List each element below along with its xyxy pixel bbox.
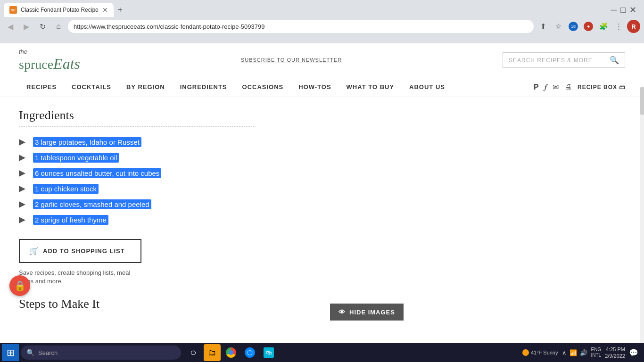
url-text: https://www.thespruceeats.com/classic-fo… <box>74 23 264 30</box>
lock-icon-button[interactable]: 🔒 <box>9 275 30 296</box>
bullet-icon <box>19 170 25 177</box>
ext-icon-2[interactable]: ✦ <box>582 20 595 33</box>
tab-favicon: SE <box>9 6 17 14</box>
ingredients-title: Ingredients <box>19 108 625 123</box>
list-item: 1 cup chicken stock <box>19 181 625 197</box>
add-to-shopping-list-button[interactable]: 🛒 ADD TO SHOPPING LIST <box>19 239 141 263</box>
cart-icon: 🛒 <box>29 247 39 255</box>
ingredients-divider <box>19 126 255 127</box>
taskbar-search-text: Search <box>38 349 58 356</box>
bullet-icon <box>19 139 25 146</box>
site-nav: RECIPES COCKTAILS BY REGION INGREDIENTS … <box>0 77 644 97</box>
address-bar[interactable]: https://www.thespruceeats.com/classic-fo… <box>68 20 534 33</box>
ingredient-text: 1 tablespoon vegetable oil <box>33 153 119 163</box>
taskbar-app-cortana2[interactable]: ⬡ <box>241 344 258 361</box>
scrollbar-track[interactable] <box>640 87 644 343</box>
system-tray: ∧ 📶 🔊 <box>562 349 587 356</box>
bullet-icon <box>19 217 25 223</box>
extensions-icon[interactable]: 🧩 <box>597 20 610 33</box>
new-tab-button[interactable]: + <box>114 3 127 16</box>
taskbar-search[interactable]: 🔍 Search <box>21 346 181 360</box>
close-button[interactable]: ✕ <box>629 5 636 15</box>
recipe-box-icon: 🗃 <box>619 84 625 90</box>
email-icon[interactable]: ✉ <box>553 82 559 91</box>
forward-button[interactable]: ▶ <box>20 20 33 33</box>
ext-icon-1[interactable]: 18 <box>567 20 580 33</box>
taskbar-app-chrome[interactable] <box>223 344 239 361</box>
nav-item-what-to-buy[interactable]: WHAT TO BUY <box>339 77 402 97</box>
add-to-list-label: ADD TO SHOPPING LIST <box>43 247 125 255</box>
bullet-icon <box>19 186 25 192</box>
weather-icon <box>522 349 529 356</box>
scrollbar-thumb[interactable] <box>640 87 644 115</box>
tab-close-icon[interactable]: ✕ <box>102 6 108 14</box>
bookmark-icon[interactable]: ☆ <box>552 20 565 33</box>
browser-tab[interactable]: SE Classic Fondant Potato Recipe ✕ <box>4 3 114 17</box>
time-display: 4:25 PM <box>605 346 625 353</box>
taskbar-app-cortana[interactable]: ○ <box>185 344 202 361</box>
hide-images-label: HIDE IMAGES <box>349 309 395 316</box>
nav-item-occasions[interactable]: OCCASIONS <box>235 77 291 97</box>
maximize-button[interactable]: □ <box>620 5 626 15</box>
browser-menu-icon[interactable]: ⋮ <box>612 20 625 33</box>
logo-eats: Eats <box>53 55 80 73</box>
list-item: 3 large potatoes, Idaho or Russet <box>19 134 625 150</box>
tab-title: Classic Fondant Potato Recipe <box>21 7 99 13</box>
recipe-box-link[interactable]: RECIPE BOX 🗃 <box>578 84 625 90</box>
newsletter-link[interactable]: SUBSCRIBE TO OUR NEWSLETTER <box>241 57 342 63</box>
ingredient-text: 2 sprigs of fresh thyme <box>33 215 108 225</box>
search-placeholder: SEARCH RECIPES & MORE <box>509 57 610 64</box>
back-button[interactable]: ◀ <box>4 20 17 33</box>
list-item: 1 tablespoon vegetable oil <box>19 150 625 165</box>
save-text: Save recipes, create shopping lists, mea… <box>19 269 141 286</box>
nav-item-ingredients[interactable]: INGREDIENTS <box>173 77 235 97</box>
taskbar: ⊞ 🔍 Search ○ 🗂 ⬡ 🛍 41°F Sunny ∧ 📶 � <box>0 343 644 362</box>
nav-item-by-region[interactable]: BY REGION <box>119 77 173 97</box>
nav-item-about-us[interactable]: ABOUT US <box>402 77 453 97</box>
search-box[interactable]: SEARCH RECIPES & MORE 🔍 <box>503 52 625 68</box>
facebook-icon[interactable]: 𝒇 <box>545 83 547 91</box>
taskbar-search-icon: 🔍 <box>26 349 34 356</box>
eye-icon: 👁 <box>339 308 346 316</box>
site-header: the spruce Eats SUBSCRIBE TO OUR NEWSLET… <box>0 43 644 77</box>
share-icon[interactable]: ⬆ <box>537 20 550 33</box>
profile-button[interactable]: R <box>627 20 640 33</box>
list-item: 2 garlic cloves, smashed and peeled <box>19 197 625 212</box>
bullet-icon <box>19 155 25 161</box>
minimize-button[interactable]: ─ <box>611 5 617 15</box>
bullet-icon <box>19 201 25 208</box>
print-icon[interactable]: 🖨 <box>564 83 572 91</box>
hide-images-button[interactable]: 👁 HIDE IMAGES <box>330 304 404 321</box>
home-button[interactable]: ⌂ <box>52 20 65 33</box>
start-icon: ⊞ <box>7 347 15 358</box>
recipe-box-label: RECIPE BOX <box>578 84 617 90</box>
network-icon[interactable]: 📶 <box>570 349 577 356</box>
ingredient-text: 1 cup chicken stock <box>33 184 99 194</box>
start-button[interactable]: ⊞ <box>2 344 19 361</box>
pinterest-icon[interactable]: 𝗣 <box>533 82 539 91</box>
nav-item-recipes[interactable]: RECIPES <box>19 77 64 97</box>
nav-item-how-tos[interactable]: HOW-TOS <box>291 77 339 97</box>
list-item: 6 ounces unsalted butter, cut into cubes <box>19 165 625 181</box>
notification-icon[interactable]: 💬 <box>629 348 638 357</box>
taskbar-app-file-explorer[interactable]: 🗂 <box>204 344 221 361</box>
site-logo[interactable]: the spruce Eats <box>19 48 80 73</box>
logo-the: the <box>19 48 80 55</box>
ingredient-text: 6 ounces unsalted butter, cut into cubes <box>33 168 161 178</box>
taskbar-app-store[interactable]: 🛍 <box>260 344 277 361</box>
steps-title: Steps to Make It <box>19 297 625 311</box>
ingredient-list: 3 large potatoes, Idaho or Russet 1 tabl… <box>19 134 625 228</box>
list-item: 2 sprigs of fresh thyme <box>19 212 625 228</box>
ingredient-text: 2 garlic cloves, smashed and peeled <box>33 199 151 209</box>
date-display: 2/9/2022 <box>605 353 625 359</box>
logo-spruce: spruce <box>19 58 53 71</box>
nav-item-cocktails[interactable]: COCKTAILS <box>64 77 119 97</box>
search-icon[interactable]: 🔍 <box>610 56 619 65</box>
refresh-button[interactable]: ↻ <box>36 20 49 33</box>
weather-widget[interactable]: 41°F Sunny <box>522 349 558 356</box>
language-indicator: ENGINTL <box>591 347 602 358</box>
volume-icon[interactable]: 🔊 <box>580 349 587 356</box>
clock: 4:25 PM 2/9/2022 <box>605 346 625 360</box>
chevron-up-icon[interactable]: ∧ <box>562 349 567 356</box>
weather-text: 41°F Sunny <box>531 350 558 355</box>
